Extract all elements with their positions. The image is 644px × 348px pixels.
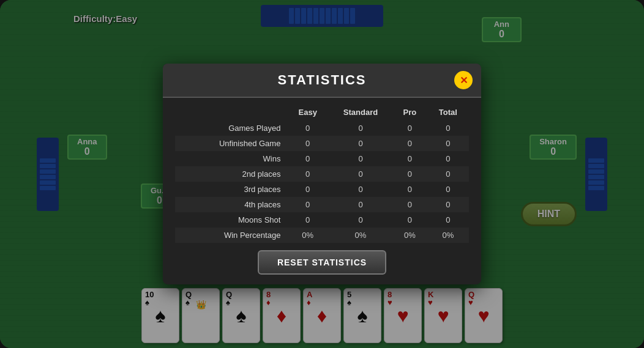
row-standard: 0% <box>329 228 392 243</box>
row-standard: 0 <box>329 212 392 228</box>
col-header-easy: Easy <box>286 104 329 120</box>
row-label: Win Percentage <box>175 228 286 243</box>
row-standard: 0 <box>329 166 392 182</box>
modal-header: STATISTICS <box>163 64 481 98</box>
row-easy: 0 <box>286 197 329 212</box>
row-pro: 0 <box>392 166 427 182</box>
row-standard: 0 <box>329 120 392 136</box>
statistics-modal: STATISTICS Easy Standard Pro Total <box>163 64 481 284</box>
row-total: 0 <box>427 197 469 212</box>
row-total: 0 <box>427 136 469 151</box>
table-row: Win Percentage 0% 0% 0% 0% <box>175 228 469 243</box>
row-pro: 0 <box>392 212 427 228</box>
row-easy: 0 <box>286 212 329 228</box>
row-easy: 0 <box>286 136 329 151</box>
table-row: 3rd places 0 0 0 0 <box>175 182 469 197</box>
row-easy: 0 <box>286 120 329 136</box>
table-row: Games Played 0 0 0 0 <box>175 120 469 136</box>
col-header-label <box>175 104 286 120</box>
table-row: Unfinished Game 0 0 0 0 <box>175 136 469 151</box>
modal-title: STATISTICS <box>277 72 366 88</box>
table-header-row: Easy Standard Pro Total <box>175 104 469 120</box>
row-pro: 0 <box>392 136 427 151</box>
table-row: Wins 0 0 0 0 <box>175 151 469 166</box>
row-total: 0 <box>427 120 469 136</box>
row-pro: 0 <box>392 151 427 166</box>
modal-overlay: STATISTICS Easy Standard Pro Total <box>0 0 644 348</box>
row-easy: 0 <box>286 166 329 182</box>
table-row: Moons Shot 0 0 0 0 <box>175 212 469 228</box>
row-label: 4th places <box>175 197 286 212</box>
row-label: Wins <box>175 151 286 166</box>
row-total: 0 <box>427 166 469 182</box>
row-label: 2nd places <box>175 166 286 182</box>
row-total: 0 <box>427 212 469 228</box>
row-total: 0% <box>427 228 469 243</box>
row-easy: 0 <box>286 151 329 166</box>
row-pro: 0 <box>392 197 427 212</box>
col-header-total: Total <box>427 104 469 120</box>
col-header-pro: Pro <box>392 104 427 120</box>
modal-close-button[interactable] <box>454 71 473 89</box>
row-total: 0 <box>427 182 469 197</box>
row-label: Moons Shot <box>175 212 286 228</box>
row-label: Unfinished Game <box>175 136 286 151</box>
device-frame: Difficulty:Easy Ann 0 An <box>0 0 644 348</box>
row-pro: 0% <box>392 228 427 243</box>
row-label: Games Played <box>175 120 286 136</box>
row-standard: 0 <box>329 151 392 166</box>
row-easy: 0% <box>286 228 329 243</box>
game-table: Difficulty:Easy Ann 0 An <box>0 0 644 348</box>
row-label: 3rd places <box>175 182 286 197</box>
row-pro: 0 <box>392 120 427 136</box>
table-row: 2nd places 0 0 0 0 <box>175 166 469 182</box>
row-standard: 0 <box>329 182 392 197</box>
statistics-table: Easy Standard Pro Total Games Played 0 0… <box>175 104 469 243</box>
col-header-standard: Standard <box>329 104 392 120</box>
row-standard: 0 <box>329 197 392 212</box>
row-pro: 0 <box>392 182 427 197</box>
reset-button-wrap: RESET STATISTICS <box>175 250 469 275</box>
reset-statistics-button[interactable]: RESET STATISTICS <box>258 250 386 275</box>
table-row: 4th places 0 0 0 0 <box>175 197 469 212</box>
row-standard: 0 <box>329 136 392 151</box>
row-easy: 0 <box>286 182 329 197</box>
modal-body: Easy Standard Pro Total Games Played 0 0… <box>163 98 481 284</box>
row-total: 0 <box>427 151 469 166</box>
